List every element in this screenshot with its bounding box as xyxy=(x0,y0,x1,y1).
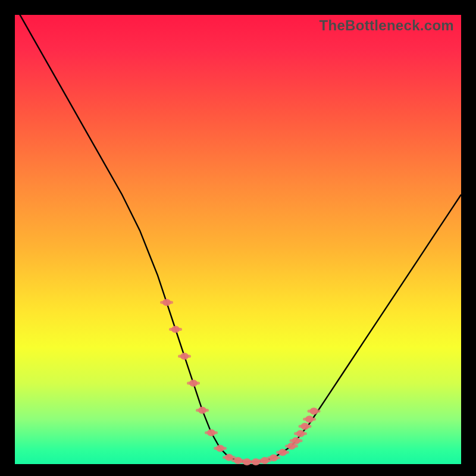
svg-point-27 xyxy=(278,449,287,456)
svg-point-3 xyxy=(171,326,180,333)
marker-dot xyxy=(196,406,209,414)
svg-point-37 xyxy=(305,416,314,423)
svg-point-35 xyxy=(301,423,309,430)
svg-point-17 xyxy=(234,457,242,464)
svg-point-7 xyxy=(189,380,198,387)
marker-dot xyxy=(169,326,182,333)
svg-point-11 xyxy=(207,429,215,436)
svg-point-33 xyxy=(296,430,305,437)
svg-point-31 xyxy=(292,437,300,444)
chart-frame: TheBottleneck.com xyxy=(15,15,461,464)
marker-dot xyxy=(294,430,307,437)
plot-area: TheBottleneck.com xyxy=(15,15,461,464)
marker-cluster xyxy=(160,299,321,465)
svg-point-9 xyxy=(198,406,206,414)
svg-point-5 xyxy=(180,353,189,360)
bottleneck-curve xyxy=(15,6,461,462)
curve-layer xyxy=(15,15,461,464)
svg-point-1 xyxy=(162,299,171,306)
marker-dot xyxy=(214,445,227,452)
svg-point-21 xyxy=(252,458,260,465)
marker-dot xyxy=(178,353,191,360)
marker-dot xyxy=(308,408,321,415)
marker-dot xyxy=(205,429,218,436)
marker-dot xyxy=(187,380,200,387)
svg-point-13 xyxy=(216,445,224,452)
marker-dot xyxy=(160,299,173,306)
svg-point-39 xyxy=(310,408,318,415)
svg-point-25 xyxy=(270,454,278,461)
